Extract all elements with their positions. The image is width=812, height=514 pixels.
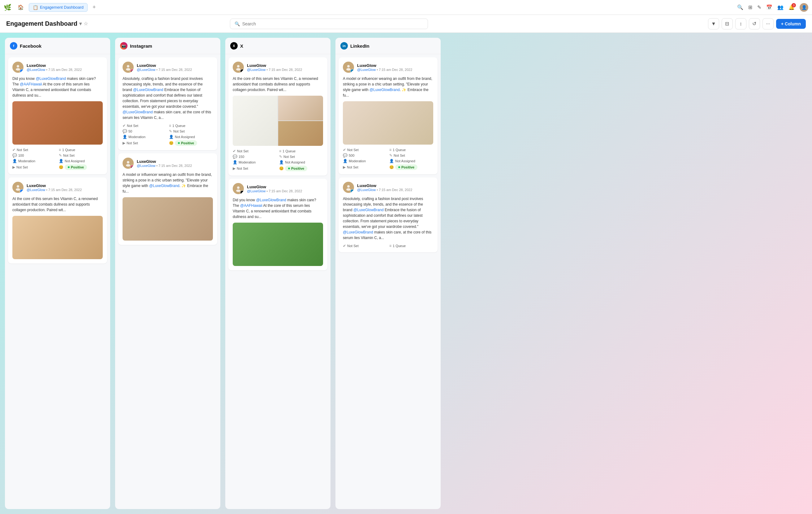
meta-label: Not Assigned — [65, 159, 85, 163]
badge-dot — [68, 166, 69, 168]
card: X LuxeGlow @LuxeGlow • 7:15 am Dec 28, 2… — [228, 57, 327, 175]
meta-label: Not Set — [63, 154, 75, 157]
card-text: A model or influencer wearing an outfit … — [343, 76, 433, 98]
mention-link[interactable]: @LuxeGlowBrand — [36, 77, 66, 81]
tab-icon: 📋 — [33, 5, 38, 10]
meta-item: 👤Moderation — [343, 159, 387, 163]
column-platform-icon: f — [10, 42, 17, 50]
meta-item: 💬100 — [12, 153, 56, 158]
avatar: X — [233, 62, 244, 73]
mention-link[interactable]: @LuxeGlowBrand — [133, 88, 164, 92]
author-meta: @LuxeGlow • 7:15 am Dec 28, 2022 — [247, 68, 302, 72]
column-platform-icon: 📷 — [120, 42, 127, 50]
active-tab[interactable]: 📋 Engagement Dashboard — [29, 3, 88, 12]
meta-icon: ≡ — [279, 149, 281, 153]
meta-item: ✎Not Set — [389, 153, 433, 158]
second-bar: Engagement Dashboard ▾ ☆ 🔍 ▼ ⊟ ↕ ↺ ··· +… — [0, 15, 812, 33]
sort-button[interactable]: ↕ — [735, 18, 746, 29]
meta-icon: ✔ — [233, 149, 236, 153]
meta-item: 👤Not Assigned — [389, 159, 433, 163]
meta-item: 😊Positive — [169, 140, 213, 146]
card-text: Did you know @LuxeGlowBrand makes skin c… — [233, 197, 323, 219]
meta-item: 👤Moderation — [122, 135, 167, 139]
more-button[interactable]: ··· — [762, 18, 774, 29]
meta-item: ✔Not Set — [12, 148, 56, 152]
author-handle: @LuxeGlow — [357, 68, 376, 72]
card: X LuxeGlow @LuxeGlow • 7:15 am Dec 28, 2… — [228, 179, 327, 270]
meta-item: ▶Not Set — [233, 166, 277, 171]
author-handle: @LuxeGlow — [137, 164, 155, 167]
author-meta: @LuxeGlow • 7:15 am Dec 28, 2022 — [357, 68, 412, 72]
edit-icon[interactable]: ✎ — [757, 4, 761, 10]
add-tab-button[interactable]: + — [90, 3, 98, 12]
author-name: LuxeGlow — [137, 63, 192, 68]
card-author: 📷 LuxeGlow @LuxeGlow • 7:15 am Dec 28, 2… — [122, 62, 213, 73]
author-info: LuxeGlow @LuxeGlow • 7:15 am Dec 28, 202… — [137, 159, 192, 167]
card-meta: ✔Not Set≡1 Queue💬150✎Not Set👤Moderation👤… — [233, 149, 323, 171]
mention-link[interactable]: @AAFHawaii — [240, 204, 262, 208]
mention-link[interactable]: @LuxeGlowBrand — [256, 198, 286, 202]
meta-icon: ▶ — [343, 165, 346, 169]
meta-label: Not Set — [347, 165, 358, 169]
column-header: 📷 Instagram — [115, 38, 220, 54]
meta-label: Not Assigned — [395, 159, 415, 163]
page-title-text: Engagement Dashboard — [6, 20, 77, 27]
svg-point-2 — [17, 185, 19, 188]
notifications-icon[interactable]: 🔔 3 — [788, 4, 795, 10]
meta-label: Not Set — [17, 148, 28, 152]
author-meta: @LuxeGlow • 7:15 am Dec 28, 2022 — [137, 68, 192, 72]
meta-label: Not Set — [394, 154, 405, 157]
add-column-button[interactable]: + Column — [776, 19, 806, 29]
meta-icon: ✎ — [169, 129, 172, 133]
title-chevron-icon[interactable]: ▾ — [79, 21, 82, 27]
search-input[interactable] — [242, 21, 423, 26]
meta-label: Moderation — [18, 159, 35, 163]
meta-icon: 💬 — [343, 153, 348, 158]
column-title: LinkedIn — [350, 43, 370, 49]
filter-button[interactable]: ▼ — [708, 18, 719, 29]
svg-point-5 — [126, 68, 130, 71]
users-icon[interactable]: 👥 — [777, 4, 784, 10]
column-header: X X — [225, 38, 330, 54]
mention-link[interactable]: @AAFHawaii — [20, 82, 42, 86]
mention-link[interactable]: @LuxeGlowBrand — [353, 208, 384, 212]
card-meta: ✔Not Set≡1 Queue💬50✎Not Set👤Moderation👤N… — [122, 124, 213, 146]
card-meta: ✔Not Set≡1 Queue💬500✎Not Set👤Moderation👤… — [343, 148, 433, 170]
author-handle: @LuxeGlow — [247, 68, 265, 72]
meta-icon: ✎ — [389, 153, 393, 158]
home-icon[interactable]: 🏠 — [15, 3, 26, 11]
svg-point-3 — [16, 188, 20, 191]
sentiment-badge: Positive — [285, 166, 307, 171]
svg-point-15 — [346, 188, 351, 191]
mention-link[interactable]: @LuxeGlowBrand — [343, 230, 373, 235]
author-name: LuxeGlow — [247, 185, 302, 189]
badge-dot — [178, 142, 180, 144]
mention-link[interactable]: @LuxeGlowBrand — [122, 110, 153, 114]
title-star-icon[interactable]: ☆ — [84, 21, 88, 27]
refresh-button[interactable]: ↺ — [749, 18, 760, 29]
mention-link[interactable]: @LuxeGlowBrand — [370, 88, 400, 92]
avatar[interactable]: 👤 — [800, 3, 808, 12]
author-name: LuxeGlow — [27, 63, 82, 68]
meta-item: 😊Positive — [389, 164, 433, 170]
calendar-icon[interactable]: 📅 — [766, 4, 773, 10]
svg-point-0 — [17, 65, 19, 67]
author-handle: @LuxeGlow — [27, 68, 45, 72]
layout-button[interactable]: ⊟ — [722, 18, 733, 29]
card-author: X LuxeGlow @LuxeGlow • 7:15 am Dec 28, 2… — [233, 183, 323, 194]
card-meta: ✔Not Set≡1 Queue💬100✎Not Set👤Moderation👤… — [12, 148, 103, 170]
app-logo: 🌿 — [4, 4, 11, 11]
card: in LuxeGlow @LuxeGlow • 7:15 am Dec 28, … — [339, 178, 438, 252]
column-platform-icon: X — [230, 42, 238, 50]
svg-point-1 — [16, 68, 20, 71]
meta-label: Not Assigned — [285, 160, 305, 164]
platform-badge: 📷 — [130, 69, 134, 73]
mention-link[interactable]: @LuxeGlowBrand — [149, 184, 179, 188]
meta-label: Not Set — [127, 124, 138, 128]
svg-point-14 — [347, 185, 350, 188]
search-icon[interactable]: 🔍 — [737, 4, 743, 10]
column-body: 📷 LuxeGlow @LuxeGlow • 7:15 am Dec 28, 2… — [115, 54, 220, 509]
meta-item: 👤Not Assigned — [169, 135, 213, 139]
grid-icon[interactable]: ⊞ — [748, 4, 752, 10]
sentiment-badge: Positive — [65, 164, 87, 170]
